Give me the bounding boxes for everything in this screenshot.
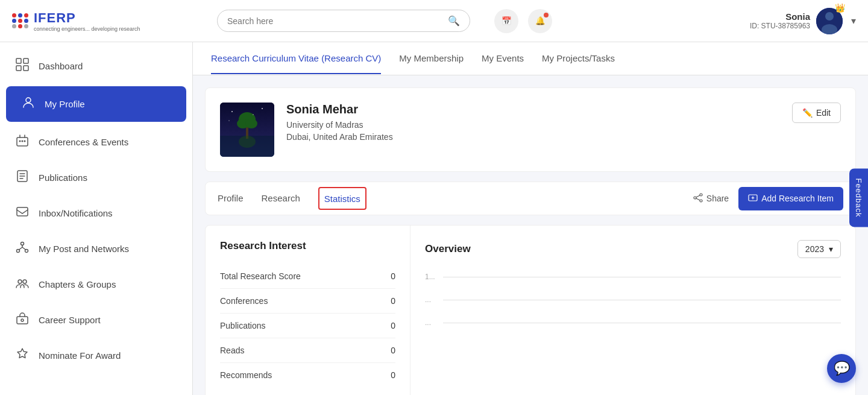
ri-row-total-score: Total Research Score 0 [220, 264, 395, 289]
tab-research-cv[interactable]: Research Curriculum Vitae (Research CV) [211, 43, 381, 74]
svg-rect-3 [16, 58, 21, 63]
sidebar-item-my-post[interactable]: My Post and Networks [0, 231, 192, 267]
share-icon [693, 193, 703, 204]
chart-label-1: 1... [425, 273, 437, 281]
profile-location: Dubai, United Arab Emirates [286, 132, 780, 142]
ri-label-recommends: Recommends [220, 370, 272, 380]
ri-value-publications: 0 [391, 321, 395, 330]
notifications-button[interactable]: 🔔 [528, 9, 552, 33]
sub-tab-research[interactable]: Research [262, 182, 300, 215]
svg-point-27 [239, 136, 256, 148]
sidebar-label-my-profile: My Profile [45, 99, 85, 109]
main-tabs-bar: Research Curriculum Vitae (Research CV) … [193, 42, 868, 75]
ri-label-conferences: Conferences [220, 296, 268, 306]
chapters-icon [14, 276, 30, 292]
search-input[interactable] [227, 16, 448, 26]
svg-point-18 [23, 280, 27, 283]
notification-dot [544, 13, 549, 17]
profile-photo-svg [220, 103, 274, 157]
sidebar-item-publications[interactable]: Publications [0, 160, 192, 195]
sidebar-label-dashboard: Dashboard [39, 61, 83, 71]
sub-tabs-right: Share Add Research Item [693, 187, 843, 210]
profile-info: Sonia Mehar University of Madras Dubai, … [286, 103, 780, 142]
header-user: Sonia ID: STU-38785963 👑 ▾ [750, 8, 856, 34]
chart-lines: 1... ... ... [425, 273, 841, 327]
add-research-button[interactable]: Add Research Item [738, 187, 843, 210]
search-bar[interactable]: 🔍 [217, 10, 470, 32]
profile-section: Sonia Mehar University of Madras Dubai, … [205, 87, 856, 172]
overview-panel: Overview 2023 ▾ 1... ... [410, 226, 855, 395]
sidebar-item-dashboard[interactable]: Dashboard [0, 48, 192, 84]
ri-label-total-score: Total Research Score [220, 271, 301, 281]
career-icon [14, 312, 30, 328]
sub-tab-profile[interactable]: Profile [218, 182, 244, 215]
edit-button[interactable]: ✏️ Edit [792, 103, 841, 123]
sidebar-label-publications: Publications [39, 172, 87, 183]
year-dropdown-icon: ▾ [829, 244, 833, 254]
ri-label-publications: Publications [220, 321, 266, 330]
sidebar-label-chapters: Chapters & Groups [39, 279, 116, 289]
svg-point-7 [26, 98, 31, 103]
chart-label-3: ... [425, 318, 437, 327]
profile-university: University of Madras [286, 120, 780, 130]
chat-button[interactable]: 💬 [827, 354, 856, 383]
sub-tab-statistics[interactable]: Statistics [318, 187, 366, 210]
svg-point-28 [231, 111, 233, 112]
sidebar-label-conferences: Conferences & Events [39, 137, 128, 147]
sub-tabs-left: Profile Research Statistics [218, 182, 366, 215]
sidebar-item-career[interactable]: Career Support [0, 302, 192, 338]
crown-icon: 👑 [835, 3, 845, 13]
award-icon [14, 347, 30, 364]
svg-point-1 [825, 12, 834, 21]
user-name: Sonia [750, 11, 810, 22]
inbox-icon [14, 205, 30, 221]
year-select[interactable]: 2023 ▾ [797, 240, 841, 258]
chat-icon: 💬 [834, 361, 850, 376]
profile-name: Sonia Mehar [286, 103, 780, 116]
sub-tabs: Profile Research Statistics Share Add Re… [205, 182, 856, 215]
svg-point-26 [245, 119, 257, 128]
svg-point-34 [700, 200, 702, 202]
bell-icon: 🔔 [535, 16, 546, 25]
share-button[interactable]: Share [693, 193, 729, 204]
edit-label: Edit [816, 108, 831, 118]
svg-rect-13 [17, 207, 28, 216]
svg-rect-6 [24, 66, 28, 71]
sidebar-item-my-profile[interactable]: My Profile [6, 86, 186, 122]
ri-value-total-score: 0 [391, 271, 395, 281]
sidebar-item-conferences[interactable]: Conferences & Events [0, 124, 192, 160]
feedback-tab[interactable]: Feedback [849, 168, 868, 227]
sidebar-label-career: Career Support [39, 315, 101, 325]
share-label: Share [706, 194, 729, 203]
user-dropdown-arrow[interactable]: ▾ [851, 15, 856, 27]
sidebar-item-chapters[interactable]: Chapters & Groups [0, 267, 192, 302]
content-area: Research Interest Total Research Score 0… [205, 225, 856, 395]
tab-my-projects[interactable]: My Projects/Tasks [542, 43, 615, 74]
svg-point-20 [21, 319, 24, 321]
svg-point-30 [253, 114, 254, 115]
profile-photo [220, 103, 274, 157]
conferences-icon [14, 134, 30, 150]
chart-hr-2 [443, 300, 841, 300]
svg-rect-19 [17, 317, 28, 324]
sidebar-item-inbox[interactable]: Inbox/Notifications [0, 195, 192, 231]
search-icon: 🔍 [448, 15, 460, 27]
calendar-button[interactable]: 📅 [494, 9, 518, 33]
overview-header: Overview 2023 ▾ [425, 240, 841, 258]
networks-icon [14, 241, 30, 257]
avatar-wrap: 👑 [816, 8, 843, 34]
edit-icon: ✏️ [802, 108, 813, 118]
sidebar-label-inbox: Inbox/Notifications [39, 208, 113, 218]
svg-rect-5 [16, 66, 21, 71]
sidebar-item-nominate[interactable]: Nominate For Award [0, 338, 192, 373]
add-research-label: Add Research Item [761, 194, 834, 203]
user-id: ID: STU-38785963 [750, 22, 810, 30]
calendar-icon: 📅 [502, 16, 512, 25]
ri-value-reads: 0 [391, 346, 395, 355]
svg-rect-4 [24, 58, 28, 63]
main-content: Research Curriculum Vitae (Research CV) … [193, 42, 868, 395]
tab-my-events[interactable]: My Events [482, 43, 524, 74]
chart-line-3: ... [425, 318, 841, 327]
tab-my-membership[interactable]: My Membership [399, 43, 464, 74]
header-icons: 📅 🔔 [494, 9, 552, 33]
